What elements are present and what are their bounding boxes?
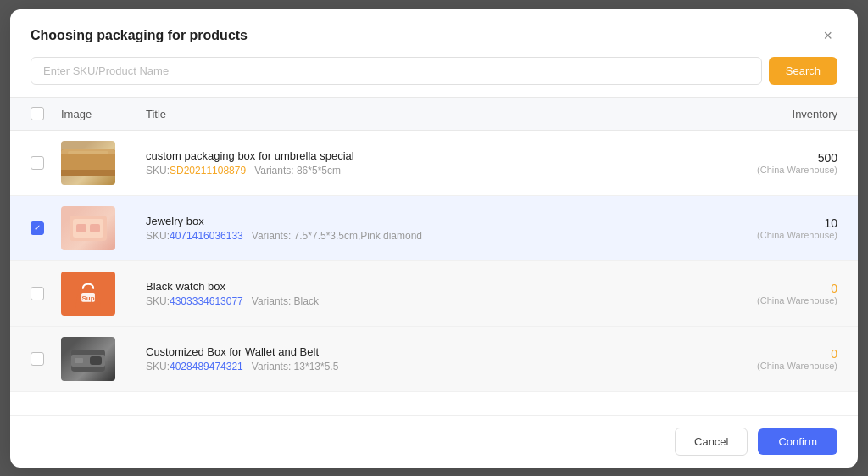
product-title-cell-1: custom packaging box for umbrella specia… — [146, 149, 719, 176]
svg-rect-4 — [68, 151, 108, 154]
sku-label-1: SKU: — [146, 165, 170, 176]
search-input[interactable] — [31, 57, 762, 85]
product-image-cell-1 — [61, 141, 146, 185]
product-title-cell-3: Black watch box SKU:4303334613077 Varian… — [146, 280, 719, 307]
product-title-cell-4: Customized Box for Wallet and Belt SKU:4… — [146, 345, 719, 372]
packaging-modal: Choosing packaging for products × Search… — [10, 9, 858, 468]
variants-value-1: 86*5*5cm — [297, 165, 341, 176]
inventory-count-3: 0 — [719, 282, 837, 295]
modal-footer: Cancel Confirm — [10, 415, 858, 468]
table-row: custom packaging box for umbrella specia… — [10, 131, 858, 196]
variants-label-1: Variants: — [254, 165, 293, 176]
svg-text:Sup: Sup — [82, 294, 95, 301]
product-image-cell-4 — [61, 337, 146, 381]
product-image-4 — [61, 337, 115, 381]
product-checkbox-4[interactable] — [31, 352, 44, 366]
svg-rect-8 — [90, 224, 100, 232]
svg-rect-7 — [76, 224, 86, 232]
row-check-cell — [31, 352, 61, 366]
table-row: Jewelry box SKU:4071416036133 Variants: … — [10, 196, 858, 261]
sku-value-2[interactable]: 4071416036133 — [170, 230, 243, 242]
inventory-warehouse-1: (China Warehouse) — [719, 165, 837, 175]
jewelry-icon — [64, 209, 112, 248]
header-inventory: Inventory — [719, 106, 837, 121]
variants-label-2: Variants: — [252, 230, 291, 242]
product-meta-1: SKU:SD20211108879 Variants: 86*5*5cm — [146, 165, 719, 176]
modal-header: Choosing packaging for products × — [10, 9, 858, 57]
header-check-cell — [31, 107, 61, 120]
close-button[interactable]: × — [818, 26, 837, 45]
svg-rect-3 — [61, 170, 115, 176]
bag-icon: Sup — [70, 275, 107, 312]
inventory-cell-1: 500 (China Warehouse) — [719, 151, 837, 175]
inventory-count-1: 500 — [719, 151, 837, 165]
table-header: Image Title Inventory — [10, 97, 858, 131]
sku-value-1[interactable]: SD20211108879 — [170, 165, 246, 176]
row-check-cell — [31, 156, 61, 170]
product-meta-3: SKU:4303334613077 Variants: Black — [146, 295, 719, 307]
inventory-cell-2: 10 (China Warehouse) — [719, 216, 837, 240]
sku-label-4: SKU: — [146, 361, 170, 372]
wallet-icon — [64, 339, 112, 378]
product-image-cell-3: Sup — [61, 272, 146, 316]
cancel-button[interactable]: Cancel — [675, 428, 748, 456]
product-image-3: Sup — [61, 272, 115, 316]
inventory-cell-4: 0 (China Warehouse) — [719, 347, 837, 371]
product-checkbox-3[interactable] — [31, 287, 44, 300]
header-title: Title — [146, 106, 719, 121]
product-image-1 — [61, 141, 115, 185]
product-image-cell-2 — [61, 206, 146, 250]
search-bar: Search — [10, 57, 858, 97]
product-title-cell-2: Jewelry box SKU:4071416036133 Variants: … — [146, 215, 719, 242]
product-name-4: Customized Box for Wallet and Belt — [146, 345, 719, 358]
product-list: custom packaging box for umbrella specia… — [10, 131, 858, 415]
inventory-count-2: 10 — [719, 216, 837, 230]
search-button[interactable]: Search — [769, 57, 837, 85]
product-checkbox-1[interactable] — [31, 156, 44, 170]
product-meta-2: SKU:4071416036133 Variants: 7.5*7.5*3.5c… — [146, 230, 719, 242]
inventory-warehouse-4: (China Warehouse) — [719, 361, 837, 371]
product-name-2: Jewelry box — [146, 215, 719, 227]
variants-label-3: Variants: — [252, 295, 291, 307]
wood-icon — [61, 141, 115, 185]
product-meta-4: SKU:4028489474321 Variants: 13*13*5.5 — [146, 361, 719, 372]
variants-label-4: Variants: — [252, 361, 291, 372]
select-all-checkbox[interactable] — [31, 107, 44, 120]
variants-value-3: Black — [294, 295, 319, 307]
inventory-count-4: 0 — [719, 347, 837, 361]
sku-label-2: SKU: — [146, 230, 170, 242]
modal-overlay: Choosing packaging for products × Search… — [0, 0, 868, 476]
table-row: Sup Black watch box SKU:4303334613077 Va… — [10, 261, 858, 327]
svg-rect-14 — [75, 358, 83, 363]
inventory-warehouse-2: (China Warehouse) — [719, 230, 837, 240]
row-check-cell — [31, 221, 61, 235]
product-image-2 — [61, 206, 115, 250]
inventory-cell-3: 0 (China Warehouse) — [719, 282, 837, 305]
inventory-warehouse-3: (China Warehouse) — [719, 295, 837, 305]
confirm-button[interactable]: Confirm — [758, 428, 837, 455]
sku-value-4[interactable]: 4028489474321 — [170, 361, 243, 372]
product-name-1: custom packaging box for umbrella specia… — [146, 149, 719, 162]
sku-value-3[interactable]: 4303334613077 — [170, 295, 243, 307]
header-image: Image — [61, 106, 146, 121]
variants-value-2: 7.5*7.5*3.5cm,Pink diamond — [294, 230, 422, 242]
row-check-cell — [31, 287, 61, 300]
table-row: Customized Box for Wallet and Belt SKU:4… — [10, 327, 858, 392]
variants-value-4: 13*13*5.5 — [294, 361, 339, 372]
modal-title: Choosing packaging for products — [31, 28, 248, 43]
product-name-3: Black watch box — [146, 280, 719, 293]
svg-rect-13 — [90, 356, 102, 365]
sku-label-3: SKU: — [146, 295, 170, 307]
product-checkbox-2[interactable] — [31, 221, 44, 235]
